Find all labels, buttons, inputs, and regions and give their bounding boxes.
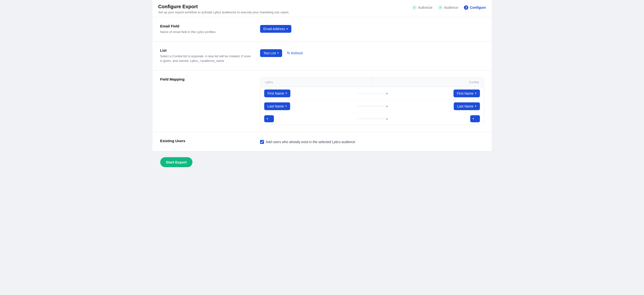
lytics-first-name-dropdown[interactable]: First Name ▾: [264, 90, 290, 97]
steps-nav: ✓ Authorize ✓ Audience 3 Configure: [412, 4, 486, 10]
existing-users-label: Existing Users: [160, 139, 252, 144]
list-desc: Select a Cordial list to populate. A new…: [160, 54, 252, 63]
mapping-row-1: First Name ▾ First Name ▾: [260, 87, 484, 100]
email-field-control: Email Address ▾: [260, 24, 484, 33]
page-subtitle: Set up your export workflow to activate …: [158, 11, 290, 14]
refresh-label: Refresh: [291, 51, 303, 55]
mapping-col-right-2: Last Name ▾: [394, 102, 480, 110]
step-configure[interactable]: 3 Configure: [464, 5, 486, 10]
step-check-authorize: ✓: [412, 5, 417, 10]
step-check-audience: ✓: [438, 5, 442, 10]
field-mapping-label: Field Mapping: [160, 77, 252, 83]
step-label-authorize: Authorize: [418, 6, 432, 10]
step-label-configure: Configure: [470, 6, 486, 10]
email-field-desc: Name of email field in the Lytics profil…: [160, 30, 252, 35]
mapping-arrow-1: [354, 93, 390, 93]
email-field-title: Email Field: [160, 24, 252, 28]
mapping-header: Lytics Cordial: [260, 77, 484, 87]
existing-users-checkbox[interactable]: [260, 140, 264, 144]
footer: Start Export: [152, 151, 492, 173]
existing-users-checkbox-label[interactable]: Add users who already exist in the selec…: [260, 140, 355, 144]
arrow-line-1: [358, 93, 386, 93]
chevron-down-icon: ▾: [475, 92, 476, 95]
lytics-first-name-label: First Name: [268, 92, 284, 95]
mapping-col-right-3: ▾: [394, 115, 480, 122]
chevron-down-icon: ▾: [286, 28, 288, 31]
chevron-down-icon: ▾: [266, 117, 268, 120]
mapping-table: Lytics Cordial First Name ▾: [260, 77, 484, 125]
cordial-first-name-label: First Name: [457, 92, 473, 95]
mapping-arrow-3: [354, 119, 390, 119]
cordial-last-name-label: Last Name: [457, 104, 474, 108]
mapping-col-left-2: Last Name ▾: [264, 102, 351, 110]
chevron-down-icon: ▾: [277, 52, 279, 55]
header-left: Configure Export Set up your export work…: [158, 4, 290, 14]
chevron-down-icon: ▾: [473, 117, 474, 120]
list-title: List: [160, 48, 252, 52]
cordial-empty-dropdown[interactable]: ▾: [470, 115, 480, 122]
chevron-down-icon: ▾: [285, 105, 287, 108]
list-section: List Select a Cordial list to populate. …: [152, 42, 492, 70]
existing-users-title: Existing Users: [160, 139, 252, 143]
mapping-header-cordial: Cordial: [372, 77, 484, 87]
lytics-last-name-label: Last Name: [268, 104, 284, 108]
step-label-audience: Audience: [444, 6, 458, 10]
mapping-col-left-3: ▾: [264, 115, 351, 122]
cordial-last-name-dropdown[interactable]: Last Name ▾: [454, 102, 480, 110]
refresh-button[interactable]: ↻ Refresh: [285, 49, 305, 57]
page-wrapper: Configure Export Set up your export work…: [152, 0, 492, 173]
arrow-line-2: [358, 106, 386, 106]
existing-users-checkbox-text: Add users who already exist in the selec…: [266, 140, 355, 144]
field-mapping-title: Field Mapping: [160, 77, 252, 81]
test-list-dropdown[interactable]: Test List ▾: [260, 49, 282, 57]
list-control: Test List ▾ ↻ Refresh: [260, 48, 484, 57]
lytics-last-name-dropdown[interactable]: Last Name ▾: [264, 102, 290, 110]
chevron-down-icon: ▾: [475, 105, 476, 108]
arrow-line-3: [358, 119, 386, 119]
mapping-col-right-1: First Name ▾: [394, 90, 480, 97]
email-address-label: Email Address: [264, 27, 285, 31]
email-field-section: Email Field Name of email field in the L…: [152, 17, 492, 42]
existing-users-section: Existing Users Add users who already exi…: [152, 132, 492, 151]
field-mapping-section: Field Mapping Lytics Cordial First Name …: [152, 70, 492, 132]
start-export-button[interactable]: Start Export: [160, 157, 193, 167]
mapping-row-3: ▾ ▾: [260, 113, 484, 125]
mapping-header-lytics: Lytics: [260, 77, 372, 87]
email-field-label: Email Field Name of email field in the L…: [160, 24, 252, 35]
chevron-down-icon: ▾: [286, 92, 287, 95]
mapping-arrow-2: [354, 106, 390, 106]
mapping-col-left-1: First Name ▾: [264, 90, 351, 97]
refresh-icon: ↻: [287, 51, 290, 55]
step-authorize[interactable]: ✓ Authorize: [412, 5, 432, 10]
lytics-empty-dropdown[interactable]: ▾: [264, 115, 274, 122]
list-label: List Select a Cordial list to populate. …: [160, 48, 252, 63]
existing-users-control: Add users who already exist in the selec…: [260, 139, 484, 144]
test-list-label: Test List: [264, 51, 276, 55]
mapping-row-2: Last Name ▾ Last Name ▾: [260, 100, 484, 113]
cordial-first-name-dropdown[interactable]: First Name ▾: [454, 90, 480, 97]
step-audience[interactable]: ✓ Audience: [438, 5, 458, 10]
header: Configure Export Set up your export work…: [152, 0, 492, 17]
email-address-dropdown[interactable]: Email Address ▾: [260, 25, 291, 33]
main-content: Email Field Name of email field in the L…: [152, 17, 492, 151]
step-check-configure: 3: [464, 5, 468, 10]
page-title: Configure Export: [158, 4, 290, 10]
